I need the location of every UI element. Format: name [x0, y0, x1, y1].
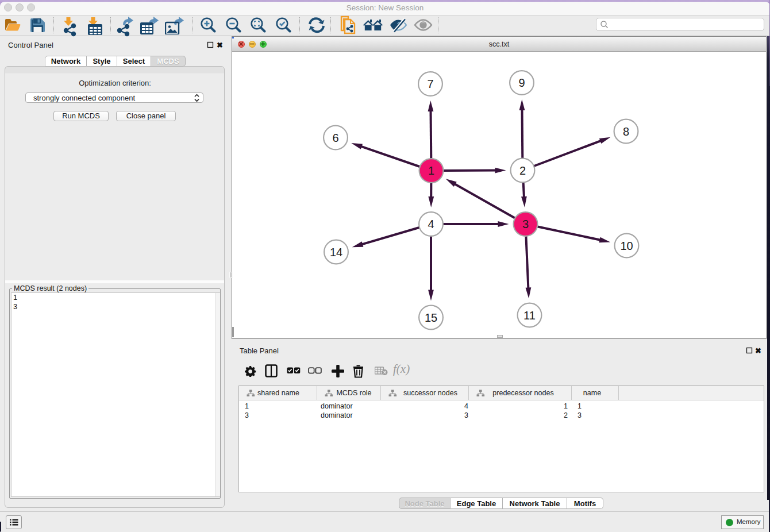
svg-text:14: 14: [330, 246, 342, 259]
svg-text:11: 11: [523, 309, 536, 322]
svg-text:4: 4: [428, 218, 434, 230]
svg-text:3: 3: [522, 218, 529, 230]
svg-text:9: 9: [518, 76, 525, 89]
svg-text:8: 8: [623, 125, 629, 138]
svg-text:7: 7: [427, 78, 433, 90]
svg-text:15: 15: [425, 311, 437, 324]
svg-text:6: 6: [332, 132, 338, 144]
svg-text:1: 1: [428, 164, 434, 177]
svg-text:10: 10: [620, 240, 633, 252]
svg-text:2: 2: [519, 164, 526, 177]
